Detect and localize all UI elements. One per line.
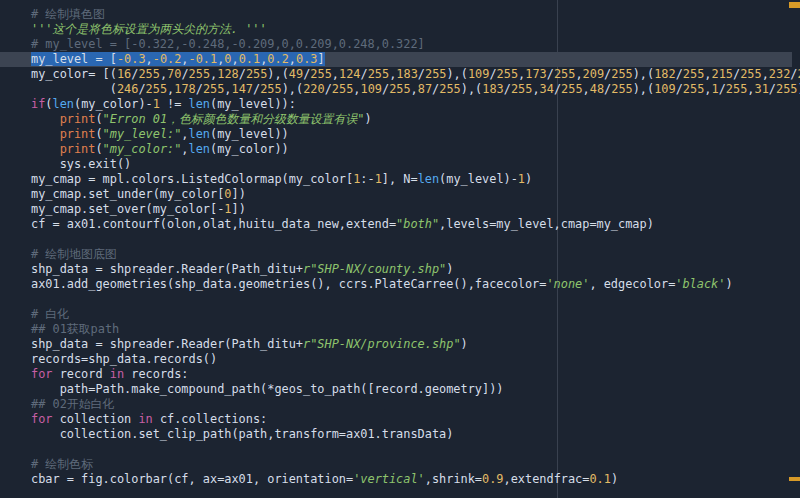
code-token: ( [31, 82, 117, 96]
code-token: 255 [726, 82, 747, 96]
code-token: ( [95, 142, 102, 156]
code-line[interactable]: my_cmap = mpl.colors.ListedColormap(my_c… [31, 172, 800, 187]
code-line[interactable]: (246/255,178/255,147/255),(220/255,109/2… [31, 82, 800, 97]
text-selection: my_level = [-0.3,-0.2,-0.1,0,0.1,0.2,0.3… [31, 52, 325, 66]
code-token: / [181, 67, 188, 81]
code-token: 'black' [675, 277, 725, 291]
code-token: -0.2 [153, 52, 182, 66]
code-token: len [53, 97, 74, 111]
code-line[interactable]: my_level = [-0.3,-0.2,-0.1,0,0.1,0.2,0.3… [31, 52, 800, 67]
code-token: r"SHP-NX/province.shp" [303, 337, 461, 351]
code-token: ),( [633, 67, 654, 81]
code-line[interactable]: # 绘制地图底图 [31, 247, 800, 262]
code-token: , [704, 67, 711, 81]
code-token: / [489, 67, 496, 81]
code-line[interactable]: ax01.add_geometries(shp_data.geometries(… [31, 277, 800, 292]
code-token: my_cmap.set_under(my_color[ [31, 187, 224, 201]
code-token: 128 [217, 67, 238, 81]
code-token: , [232, 52, 239, 66]
code-token: ]) [231, 187, 245, 201]
code-line[interactable]: records=shp_data.records() [31, 352, 800, 367]
code-line[interactable]: if(len(my_color)-1 != len(my_level)): [31, 97, 800, 112]
code-line[interactable]: ## 02开始白化 [31, 397, 800, 412]
code-line[interactable] [31, 442, 800, 457]
code-line[interactable]: print("Erron 01，色标颜色数量和分级数量设置有误") [31, 112, 800, 127]
code-token: my_cmap.set_over(my_color[- [31, 202, 224, 216]
code-token: 1 [153, 97, 160, 111]
code-token: 220 [303, 82, 324, 96]
scrollbar[interactable] [788, 0, 800, 498]
code-token: , [747, 82, 754, 96]
code-line[interactable]: for collection in cf.collections: [31, 412, 800, 427]
code-line[interactable]: shp_data = shpreader.Reader(Path_ditu+r"… [31, 337, 800, 352]
code-token: ( [95, 127, 102, 141]
code-token [31, 112, 60, 126]
code-token: 0.9 [482, 472, 503, 486]
code-token: , edgecolor= [589, 277, 675, 291]
code-line[interactable]: path=Path.make_compound_path(*geos_to_pa… [31, 382, 800, 397]
code-token: ),( [633, 82, 654, 96]
code-token: ] [317, 52, 324, 66]
code-line[interactable]: cbar = fig.colorbar(cf, ax=ax01, orienta… [31, 472, 800, 487]
code-token: ),( [461, 82, 482, 96]
code-token: in [138, 412, 152, 426]
code-token [31, 142, 60, 156]
code-token: ) [364, 112, 371, 126]
code-line[interactable]: my_cmap.set_under(my_color[0]) [31, 187, 800, 202]
code-token: 255 [203, 82, 224, 96]
code-line[interactable]: collection.set_clip_path(path,transform=… [31, 427, 800, 442]
code-line[interactable]: my_color= [(16/255,70/255,128/255),(49/2… [31, 67, 800, 82]
code-line[interactable]: '''这个是将色标设置为两头尖的方法. ''' [31, 22, 800, 37]
code-token: "Erron 01，色标颜色数量和分级数量设置有误" [103, 112, 365, 126]
code-token: / [196, 82, 203, 96]
code-line[interactable] [31, 292, 800, 307]
code-token: sys.exit() [31, 157, 131, 171]
code-token: 178 [174, 82, 195, 96]
code-token: / [676, 67, 683, 81]
code-line[interactable]: # 白化 [31, 307, 800, 322]
code-token: print [60, 112, 96, 126]
code-token: "my_level:" [103, 127, 182, 141]
code-line[interactable]: sys.exit() [31, 157, 800, 172]
code-token: 255 [310, 67, 331, 81]
code-line[interactable] [31, 232, 800, 247]
code-token: 255 [561, 82, 582, 96]
code-line[interactable]: # my_level = [-0.322,-0.248,-0.209,0,0.2… [31, 37, 800, 52]
code-token: record [52, 367, 109, 381]
code-token: cf = ax01.contourf(olon,olat,huitu_data_… [31, 217, 396, 231]
code-token: 255 [246, 67, 267, 81]
code-line[interactable]: # 绘制色标 [31, 457, 800, 472]
code-token: shp_data = shpreader.Reader(Path_ditu+ [31, 262, 303, 276]
code-token: 173 [525, 67, 546, 81]
code-token: len [418, 172, 439, 186]
code-token: 183 [396, 67, 417, 81]
code-token: 255 [497, 67, 518, 81]
code-token: 1 [712, 82, 719, 96]
code-line[interactable]: my_cmap.set_over(my_color[-1]) [31, 202, 800, 217]
code-token: , [289, 52, 296, 66]
code-token: ## 02开始白化 [31, 397, 114, 411]
code-token: shp_data = shpreader.Reader(Path_ditu+ [31, 337, 303, 351]
code-token: for [31, 367, 52, 381]
code-area[interactable]: # 绘制填色图'''这个是将色标设置为两头尖的方法. '''# my_level… [31, 7, 800, 487]
code-token: len [189, 97, 210, 111]
code-token: / [418, 67, 425, 81]
code-token: , [181, 127, 188, 141]
code-token: (my_level)) [210, 127, 289, 141]
code-line[interactable]: ## 01获取path [31, 322, 800, 337]
code-line[interactable]: for record in records: [31, 367, 800, 382]
code-token: 255 [368, 67, 389, 81]
code-token: 182 [654, 67, 675, 81]
code-line[interactable]: print("my_level:",len(my_level)) [31, 127, 800, 142]
code-token: cf.collections: [153, 412, 268, 426]
code-token: -0.3 [117, 52, 146, 66]
code-line[interactable]: print("my_color:",len(my_color)) [31, 142, 800, 157]
code-token: , [181, 52, 188, 66]
code-token: 147 [232, 82, 253, 96]
code-line[interactable]: shp_data = shpreader.Reader(Path_ditu+r"… [31, 262, 800, 277]
code-line[interactable]: # 绘制填色图 [31, 7, 800, 22]
code-line[interactable]: cf = ax01.contourf(olon,olat,huitu_data_… [31, 217, 800, 232]
code-token: my_color= [( [31, 67, 117, 81]
code-token: print [60, 142, 96, 156]
code-token: 246 [117, 82, 138, 96]
